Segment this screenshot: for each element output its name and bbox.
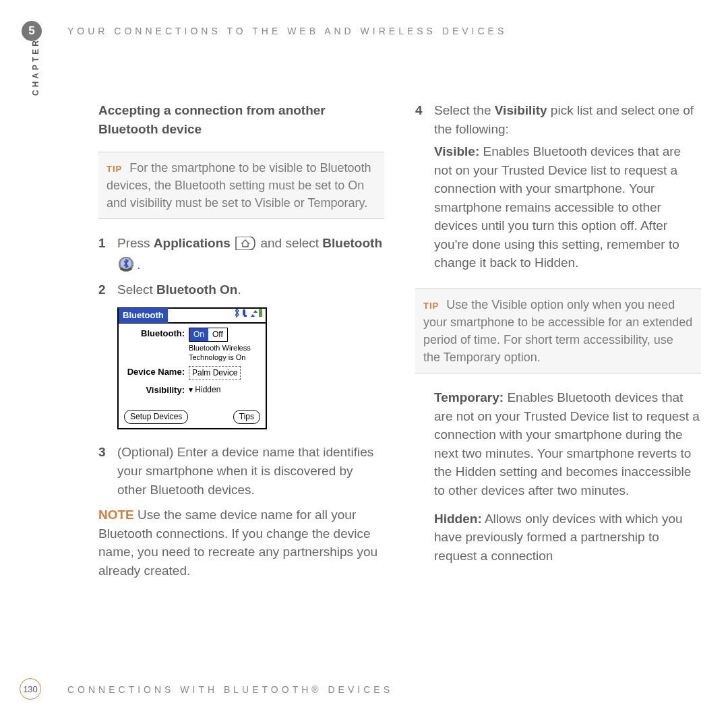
bt-setup-button[interactable]: Setup Devices [124, 410, 188, 424]
content-columns: Accepting a connection from another Blue… [98, 101, 702, 589]
step-number: 3 [98, 443, 117, 499]
tip-box: TIP For the smartphone to be visible to … [98, 152, 384, 219]
step-1: 1 Press Applications and select Bluetoot… [98, 234, 384, 274]
bt-title: Bluetooth [119, 308, 168, 324]
bt-tips-button[interactable]: Tips [233, 410, 260, 424]
note-label: NOTE [98, 508, 134, 522]
tip-label: TIP [107, 164, 122, 174]
bluetooth-icon [119, 257, 133, 272]
tip-box: TIP Use the Visible option only when you… [415, 289, 701, 373]
tip-text: Use the Visible option only when you nee… [423, 298, 692, 364]
running-footer: CONNECTIONS WITH BLUETOOTH® DEVICES [67, 684, 393, 695]
note-text: Use the same device name for all your Bl… [98, 508, 377, 578]
bt-devname-field[interactable]: Palm Device [189, 366, 241, 380]
running-header: YOUR CONNECTIONS TO THE WEB AND WIRELESS… [67, 26, 507, 36]
bt-on[interactable]: On [189, 328, 208, 341]
temporary-text: Enables Bluetooth devices that are not o… [434, 390, 700, 497]
bt-label: Bluetooth: [124, 328, 189, 340]
bt-body: Bluetooth: On Off Bluetooth Wireless Tec… [119, 324, 266, 404]
bt-status-icons [233, 309, 266, 322]
step-body: Select Bluetooth On. [117, 280, 384, 299]
visibility-term: Visibility [495, 103, 547, 117]
visible-label: Visible: [434, 144, 479, 158]
visible-text: Enables Bluetooth devices that are not o… [434, 144, 681, 270]
text: Press [117, 236, 154, 250]
text: . [237, 282, 241, 297]
left-column: Accepting a connection from another Blue… [98, 101, 384, 589]
home-icon [235, 237, 255, 255]
bt-off[interactable]: Off [208, 328, 227, 341]
bt-status: Bluetooth Wireless Technology is On [189, 344, 260, 361]
step-3: 3 (Optional) Enter a device name that id… [98, 443, 384, 499]
bt-vis-label: Visibility: [124, 384, 189, 397]
bluetooth-screenshot: Bluetooth Bluetooth: [117, 307, 267, 429]
bluetooth-term: Bluetooth [322, 236, 382, 250]
svg-rect-7 [260, 309, 262, 309]
svg-rect-6 [259, 309, 262, 317]
text: Select [117, 282, 156, 297]
text: . [137, 257, 140, 272]
step-body: Select the Visibility pick list and sele… [434, 101, 701, 282]
step-number: 4 [415, 101, 434, 282]
applications-term: Applications [154, 236, 231, 250]
bt-titlebar: Bluetooth [119, 309, 266, 324]
bluetooth-on-term: Bluetooth On [156, 282, 237, 297]
hidden-label: Hidden: [434, 512, 482, 526]
bt-vis-picker[interactable]: ▾ Hidden [189, 384, 220, 396]
svg-point-4 [243, 309, 245, 310]
step-4: 4 Select the Visibility pick list and se… [415, 101, 701, 282]
svg-rect-3 [243, 310, 245, 315]
page-number: 130 [20, 678, 41, 700]
step-2: 2 Select Bluetooth On. [98, 280, 384, 299]
bt-devname-label: Device Name: [124, 366, 189, 379]
svg-rect-5 [244, 315, 247, 317]
step-number: 2 [98, 280, 117, 299]
tip-text: For the smartphone to be visible to Blue… [107, 161, 371, 210]
step-body: Press Applications and select Bluetooth [117, 234, 384, 274]
right-column: 4 Select the Visibility pick list and se… [415, 101, 701, 589]
text: Select the [434, 103, 495, 117]
step-number: 1 [98, 234, 117, 274]
note-paragraph: NOTE Use the same device name for all yo… [98, 506, 384, 580]
text: and select [260, 236, 322, 250]
temporary-label: Temporary: [434, 390, 504, 404]
step-body: (Optional) Enter a device name that iden… [117, 443, 384, 499]
tip-label: TIP [423, 301, 439, 311]
section-heading: Accepting a connection from another Blue… [98, 101, 384, 138]
bt-onoff-toggle[interactable]: On Off [189, 328, 228, 342]
chapter-sideword: CHAPTER [31, 38, 40, 96]
